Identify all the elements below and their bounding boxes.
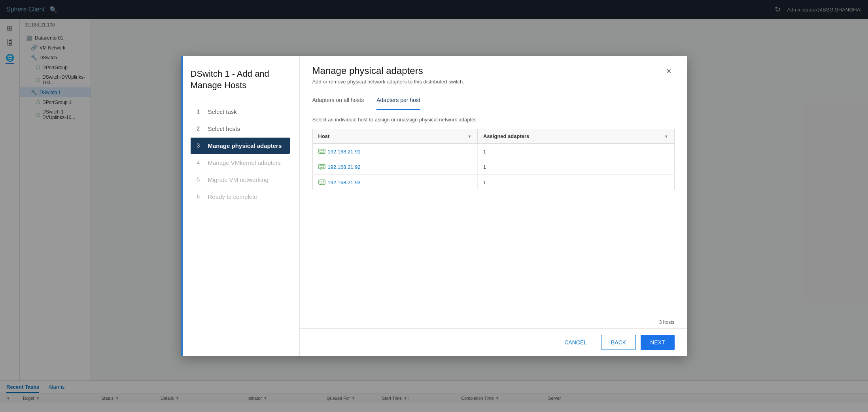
table-area: Select an individual host to assign or u… — [300, 110, 687, 316]
modal-dialog: DSwitch 1 - Add and Manage Hosts 1 Selec… — [181, 56, 687, 356]
svg-point-2 — [323, 149, 324, 150]
col-host: Host ▼ — [312, 129, 478, 144]
wizard-step-4: 4 Manage VMkernel adapters — [191, 155, 290, 171]
host-icon-1 — [318, 148, 325, 155]
cancel-button[interactable]: CANCEL — [555, 335, 596, 350]
tab-adapters-all-hosts[interactable]: Adapters on all hosts — [312, 91, 364, 110]
step-3-num: 3 — [197, 142, 203, 149]
table-footer: 3 hosts — [300, 316, 687, 328]
svg-rect-4 — [320, 166, 324, 168]
next-button[interactable]: NEXT — [641, 335, 674, 350]
host-icon-3 — [318, 179, 325, 186]
hosts-table: Host ▼ Assigned adapters ▼ — [312, 129, 675, 190]
wizard-step-5: 5 Migrate VM networking — [191, 172, 290, 188]
host-link-3[interactable]: 192.168.21.93 — [318, 179, 472, 186]
wizard-content-title: Manage physical adapters — [312, 65, 464, 76]
table-row[interactable]: 192.168.21.92 1 — [312, 159, 674, 175]
modal-overlay: DSwitch 1 - Add and Manage Hosts 1 Selec… — [0, 0, 868, 412]
filter-assigned-btn[interactable]: ▼ — [664, 134, 669, 139]
wizard-content-subtitle: Add or remove physical network adapters … — [312, 79, 464, 85]
wizard-step-3[interactable]: 3 Manage physical adapters — [191, 138, 290, 154]
host-cell-2: 192.168.21.92 — [312, 159, 478, 175]
wizard-step-6: 6 Ready to complete — [191, 189, 290, 205]
assigned-cell-3: 1 — [478, 175, 675, 190]
close-button[interactable]: × — [663, 65, 675, 77]
table-row[interactable]: 192.168.21.93 1 — [312, 175, 674, 190]
host-link-1[interactable]: 192.168.21.91 — [318, 148, 472, 155]
step-5-label: Migrate VM networking — [208, 176, 269, 183]
wizard-sidebar: DSwitch 1 - Add and Manage Hosts 1 Selec… — [181, 56, 300, 356]
back-button[interactable]: BACK — [601, 335, 636, 350]
step-1-num: 1 — [197, 108, 203, 115]
wizard-step-1[interactable]: 1 Select task — [191, 104, 290, 120]
step-5-num: 5 — [197, 176, 203, 183]
content-tabs: Adapters on all hosts Adapters per host — [300, 91, 687, 110]
assigned-cell-2: 1 — [478, 159, 675, 175]
table-row[interactable]: 192.168.21.91 1 — [312, 144, 674, 159]
wizard-content: Manage physical adapters Add or remove p… — [300, 56, 687, 356]
wizard-title: DSwitch 1 - Add and Manage Hosts — [191, 68, 290, 91]
step-3-label: Manage physical adapters — [208, 142, 282, 149]
wizard-footer: CANCEL BACK NEXT — [300, 328, 687, 356]
table-desc: Select an individual host to assign or u… — [312, 117, 675, 123]
step-1-label: Select task — [208, 108, 237, 115]
svg-point-5 — [323, 165, 324, 166]
step-4-num: 4 — [197, 159, 203, 166]
step-4-label: Manage VMkernel adapters — [208, 159, 281, 166]
wizard-left-accent — [181, 56, 183, 356]
step-6-label: Ready to complete — [208, 193, 257, 200]
wizard-content-header: Manage physical adapters Add or remove p… — [300, 56, 687, 91]
svg-rect-7 — [320, 181, 324, 183]
wizard-step-2[interactable]: 2 Select hosts — [191, 121, 290, 137]
host-icon-2 — [318, 163, 325, 170]
svg-point-8 — [323, 180, 324, 181]
assigned-cell-1: 1 — [478, 144, 675, 159]
step-2-label: Select hosts — [208, 125, 240, 132]
host-cell-3: 192.168.21.93 — [312, 175, 478, 190]
host-link-2[interactable]: 192.168.21.92 — [318, 163, 472, 170]
tab-adapters-per-host[interactable]: Adapters per host — [376, 91, 420, 110]
col-assigned: Assigned adapters ▼ — [478, 129, 675, 144]
filter-host-btn[interactable]: ▼ — [467, 134, 472, 139]
host-cell-1: 192.168.21.91 — [312, 144, 478, 159]
step-6-num: 6 — [197, 193, 203, 200]
step-2-num: 2 — [197, 125, 203, 132]
svg-rect-1 — [320, 150, 324, 152]
